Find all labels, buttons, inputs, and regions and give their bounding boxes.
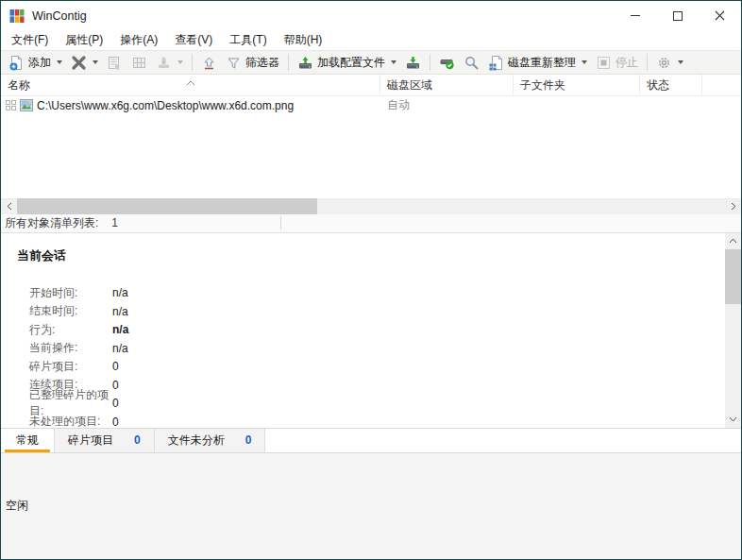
tab-fragmented-items[interactable]: 碎片项目 0 — [55, 429, 155, 452]
session-content: 当前会话 开始时间: n/a 结束时间: n/a 行为: n/a 当前操作: n… — [1, 233, 725, 428]
load-profile-button[interactable]: 加载配置文件 — [294, 53, 400, 73]
infobar-divider — [280, 216, 281, 229]
scroll-left-button[interactable] — [1, 198, 17, 214]
stamp-icon — [156, 55, 172, 71]
load-profile-dropdown-icon[interactable] — [391, 60, 396, 64]
session-title: 当前会话 — [1, 247, 725, 264]
analyze-button[interactable] — [460, 53, 483, 73]
magnifier-icon — [464, 55, 480, 71]
maximize-button[interactable] — [656, 1, 699, 30]
defragment-button[interactable]: 磁盘重新整理 — [484, 53, 591, 73]
toolbar: 添加 — [1, 50, 741, 75]
menu-bar: 文件(F) 属性(P) 操作(A) 查看(V) 工具(T) 帮助(H) — [1, 30, 741, 50]
session-field-defragmented-items: 已整理碎片的项目: 0 — [1, 395, 725, 414]
menu-file[interactable]: 文件(F) — [3, 30, 57, 50]
fragment-state-icon — [6, 100, 16, 110]
file-name-cell: C:\Users\www.x6g.com\Desktop\www.x6d.com… — [1, 99, 380, 112]
column-header-subfolder[interactable]: 子文件夹 — [514, 75, 640, 95]
remove-dropdown-icon[interactable] — [93, 60, 98, 64]
column-header-disk-area[interactable]: 磁盘区域 — [380, 75, 514, 95]
close-icon — [715, 10, 725, 21]
stop-icon — [596, 55, 612, 71]
move-top-button[interactable] — [197, 53, 221, 73]
session-field-start-time: 开始时间: n/a — [1, 284, 725, 303]
column-header-blank — [702, 75, 741, 95]
tab-general-label: 常规 — [16, 433, 39, 449]
stop-label: 停止 — [616, 55, 638, 71]
object-count-label: 所有对象清单列表: — [5, 215, 98, 231]
defragment-dropdown-icon[interactable] — [582, 60, 587, 64]
disk-check-icon — [439, 55, 455, 71]
check-disk-button[interactable] — [435, 53, 459, 73]
maximize-icon — [673, 11, 683, 21]
column-header-status[interactable]: 状态 — [640, 75, 702, 95]
chevron-up-icon — [729, 238, 737, 244]
tab-not-analyzed-count: 0 — [245, 433, 252, 447]
add-file-icon — [8, 55, 25, 71]
add-button[interactable]: 添加 — [5, 53, 66, 73]
status-text: 空闲 — [6, 498, 28, 514]
add-dropdown-icon[interactable] — [57, 60, 62, 64]
defragment-label: 磁盘重新整理 — [508, 55, 576, 71]
session-field-end-time: 结束时间: n/a — [1, 302, 725, 321]
gear-icon — [656, 55, 672, 71]
toolbar-separator — [430, 54, 430, 71]
chevron-right-icon — [731, 202, 736, 211]
session-fields: 开始时间: n/a 结束时间: n/a 行为: n/a 当前操作: n/a 碎片… — [1, 284, 725, 428]
list-header: 名称 磁盘区域 子文件夹 状态 — [1, 75, 741, 96]
horizontal-scrollbar-thumb[interactable] — [17, 198, 317, 214]
tab-fragmented-count: 0 — [134, 433, 141, 447]
layout-button — [127, 53, 151, 73]
session-field-action: 行为: n/a — [1, 321, 725, 340]
close-button[interactable] — [699, 1, 741, 30]
stop-button: 停止 — [592, 53, 642, 73]
vertical-scrollbar[interactable] — [725, 233, 741, 428]
table-row[interactable]: C:\Users\www.x6g.com\Desktop\www.x6d.com… — [1, 96, 741, 114]
menu-view[interactable]: 查看(V) — [166, 30, 221, 50]
properties-icon — [107, 55, 123, 71]
session-field-fragmented-items: 碎片项目: 0 — [1, 358, 725, 377]
scroll-right-button[interactable] — [725, 198, 741, 214]
minimize-icon — [631, 15, 640, 16]
file-path: C:\Users\www.x6g.com\Desktop\www.x6d.com… — [37, 99, 294, 112]
file-list[interactable]: C:\Users\www.x6g.com\Desktop\www.x6d.com… — [1, 96, 741, 198]
remove-x-icon — [71, 55, 87, 71]
filter-button-label: 筛选器 — [245, 55, 279, 71]
horizontal-scrollbar[interactable] — [1, 198, 741, 214]
toolbar-separator — [647, 54, 648, 71]
wincontig-window: WinContig 文件(F) 属性(P) 操作(A) 查看(V) 工具(T) … — [0, 0, 742, 560]
filter-funnel-icon — [226, 55, 242, 71]
scroll-up-button[interactable] — [725, 233, 741, 249]
session-panel: 当前会话 开始时间: n/a 结束时间: n/a 行为: n/a 当前操作: n… — [1, 233, 741, 428]
status-bar: 空闲 — [1, 452, 741, 560]
chevron-down-icon — [729, 416, 737, 422]
session-field-unprocessed-items: 未处理的项目: 0 — [1, 413, 725, 428]
tab-fragmented-label: 碎片项目 — [68, 433, 113, 449]
chevron-left-icon — [7, 202, 12, 211]
save-profile-icon — [405, 55, 421, 71]
object-count-value: 1 — [111, 216, 118, 229]
tab-not-analyzed-label: 文件未分析 — [168, 433, 225, 449]
menu-tools[interactable]: 工具(T) — [221, 30, 275, 50]
tab-files-not-analyzed[interactable]: 文件未分析 0 — [155, 429, 266, 452]
minimize-button[interactable] — [614, 1, 656, 30]
settings-dropdown-icon[interactable] — [678, 60, 683, 64]
menu-actions[interactable]: 操作(A) — [111, 30, 166, 50]
window-title: WinContig — [32, 9, 87, 23]
filter-button[interactable]: 筛选器 — [222, 53, 283, 73]
menu-help[interactable]: 帮助(H) — [276, 30, 331, 50]
grid-icon — [131, 55, 147, 71]
vertical-scrollbar-thumb[interactable] — [725, 249, 741, 304]
title-bar: WinContig — [1, 1, 741, 30]
remove-button[interactable] — [67, 53, 102, 73]
toolbar-separator — [288, 54, 289, 71]
menu-properties[interactable]: 属性(P) — [57, 30, 111, 50]
tab-general[interactable]: 常规 — [1, 429, 55, 452]
save-profile-button[interactable] — [401, 53, 425, 73]
app-logo-icon — [9, 8, 25, 24]
move-top-icon — [201, 55, 217, 71]
scroll-down-button[interactable] — [725, 412, 741, 428]
settings-button[interactable] — [652, 53, 687, 73]
stamp-button — [152, 53, 187, 73]
toolbar-separator — [192, 54, 193, 71]
